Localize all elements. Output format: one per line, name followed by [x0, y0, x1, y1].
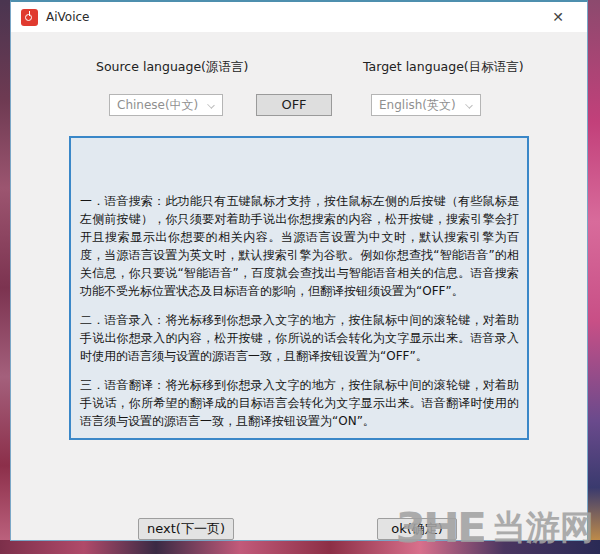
instruction-paragraph-voice-search: 一．语音搜索：此功能只有五键鼠标才支持，按住鼠标左侧的后按键（有些鼠标是左侧前按… [80, 192, 519, 300]
power-stem [29, 11, 31, 16]
chevron-down-icon [465, 101, 473, 109]
app-power-icon [21, 9, 38, 26]
target-language-value: English(英文) [379, 97, 456, 114]
titlebar: AiVoice ✕ [11, 2, 587, 32]
target-language-label: Target language(目标语言) [363, 59, 524, 76]
background-wallpaper-right [587, 0, 600, 554]
ok-button[interactable]: ok(确定) [377, 518, 457, 540]
next-page-button[interactable]: next(下一页) [138, 518, 234, 540]
background-wallpaper-bottom [0, 540, 600, 554]
instruction-paragraph-voice-translate: 三．语音翻译：将光标移到你想录入文字的地方，按住鼠标中间的滚轮键，对着助手说话，… [80, 376, 519, 430]
window-title: AiVoice [46, 10, 89, 24]
chevron-down-icon [207, 101, 215, 109]
translate-toggle-button[interactable]: OFF [256, 94, 332, 116]
source-language-value: Chinese(中文) [117, 97, 198, 114]
instruction-paragraph-voice-input: 二．语音录入：将光标移到你想录入文字的地方，按住鼠标中间的滚轮键，对着助手说出你… [80, 311, 519, 365]
aivoice-window: AiVoice ✕ Source language(源语言) Target la… [10, 0, 588, 541]
close-icon[interactable]: ✕ [541, 2, 575, 32]
source-language-dropdown[interactable]: Chinese(中文) [109, 94, 223, 116]
source-language-label: Source language(源语言) [96, 59, 248, 76]
instructions-textbox: 一．语音搜索：此功能只有五键鼠标才支持，按住鼠标左侧的后按键（有些鼠标是左侧前按… [69, 136, 529, 440]
target-language-dropdown[interactable]: English(英文) [371, 94, 481, 116]
